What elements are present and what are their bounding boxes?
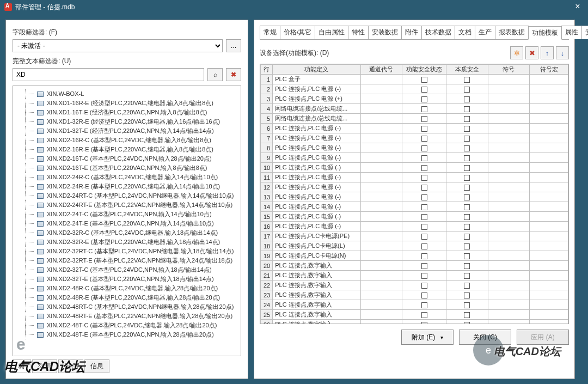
tree-item[interactable]: XIN.XD2-32RT-C (基本型PLC,24VDC,NPN继电器,输入18…: [15, 247, 238, 256]
checkbox-icon[interactable]: [421, 77, 427, 83]
checkbox-icon[interactable]: [421, 165, 427, 171]
cell-channel[interactable]: [360, 94, 402, 104]
checkbox-icon[interactable]: [464, 145, 470, 151]
table-row[interactable]: 18PLC 连接点,PLC卡电源(L): [261, 241, 568, 251]
tree-item[interactable]: XIN.XD1-32R-E (经济型PLC,220VAC,继电器,输入16点/输…: [15, 117, 238, 126]
cell-function[interactable]: PLC 连接点,PLC 电源 (-): [273, 143, 360, 153]
cell-channel[interactable]: [360, 271, 402, 281]
cell-safety[interactable]: [402, 163, 446, 173]
cell-symbol[interactable]: [488, 202, 530, 212]
tree-item[interactable]: XIN.XD2-48RT-C (基本型PLC,24VDC,NPN继电器,输入28…: [15, 302, 238, 312]
cell-function[interactable]: PLC 连接点,PLC 电源 (-): [273, 133, 360, 143]
cell-symbol[interactable]: [488, 153, 530, 163]
cell-intrinsic[interactable]: [446, 133, 488, 143]
cell-safety[interactable]: [402, 153, 446, 163]
cell-intrinsic[interactable]: [446, 222, 488, 231]
move-up-button[interactable]: ↑: [541, 46, 554, 59]
tree-item[interactable]: XIN.XD1-32T-E (经济型PLC,220VAC,NPN,输入14点/输…: [15, 126, 238, 136]
cell-symbol[interactable]: [488, 271, 530, 281]
checkbox-icon[interactable]: [421, 302, 427, 308]
text-filter-input[interactable]: [13, 68, 204, 81]
cell-channel[interactable]: [360, 300, 402, 310]
tree-item[interactable]: XIN.XD1-16T-E (经济型PLC,220VAC,NPN,输入8点/输出…: [15, 108, 238, 117]
cell-function[interactable]: PLC 连接点,PLC 电源 (-): [273, 173, 360, 182]
close-button[interactable]: ×: [573, 2, 583, 12]
tab-属性[interactable]: 属性: [561, 26, 582, 39]
tree-item[interactable]: XIN.XD2-48T-E (基本型PLC,220VAC,NPN,输入28点/输…: [15, 330, 238, 339]
cell-function[interactable]: PLC 连接点,数字输入: [273, 271, 360, 281]
cell-intrinsic[interactable]: [446, 271, 488, 281]
cell-safety[interactable]: [402, 182, 446, 192]
cell-safety[interactable]: [402, 281, 446, 290]
cell-channel[interactable]: [360, 202, 402, 212]
column-header[interactable]: 本质安全: [446, 65, 488, 75]
checkbox-icon[interactable]: [464, 283, 470, 289]
cell-macro[interactable]: [530, 124, 568, 133]
checkbox-icon[interactable]: [421, 273, 427, 279]
cell-channel[interactable]: [360, 251, 402, 261]
cell-symbol[interactable]: [488, 114, 530, 124]
table-row[interactable]: 24PLC 连接点,数字输入: [261, 300, 568, 310]
cell-function[interactable]: PLC 连接点,PLC 电源 (-): [273, 212, 360, 222]
checkbox-icon[interactable]: [464, 253, 470, 259]
tab-价格/其它[interactable]: 价格/其它: [280, 26, 315, 39]
cell-safety[interactable]: [402, 231, 446, 241]
cell-safety[interactable]: [402, 94, 446, 104]
checkbox-icon[interactable]: [464, 204, 470, 210]
checkbox-icon[interactable]: [421, 322, 427, 324]
table-row[interactable]: 6PLC 连接点,PLC 电源 (-): [261, 124, 568, 133]
cell-channel[interactable]: [360, 241, 402, 251]
checkbox-icon[interactable]: [464, 312, 470, 318]
checkbox-icon[interactable]: [464, 175, 470, 181]
cell-intrinsic[interactable]: [446, 241, 488, 251]
cell-channel[interactable]: [360, 290, 402, 300]
cell-intrinsic[interactable]: [446, 163, 488, 173]
cell-macro[interactable]: [530, 281, 568, 290]
cell-channel[interactable]: [360, 320, 402, 325]
tab-tree[interactable]: 树: [13, 359, 31, 373]
checkbox-icon[interactable]: [421, 312, 427, 318]
cell-function[interactable]: PLC 连接点,PLC 电源 (-): [273, 202, 360, 212]
checkbox-icon[interactable]: [421, 136, 427, 142]
cell-channel[interactable]: [360, 192, 402, 202]
cell-function[interactable]: PLC 连接点,数字输入: [273, 300, 360, 310]
cell-macro[interactable]: [530, 241, 568, 251]
checkbox-icon[interactable]: [464, 77, 470, 83]
cell-channel[interactable]: [360, 75, 402, 84]
cell-intrinsic[interactable]: [446, 261, 488, 271]
field-filter-browse-button[interactable]: ...: [226, 39, 241, 52]
cell-function[interactable]: PLC 连接点,数字输入: [273, 290, 360, 300]
tab-list[interactable]: 列表: [32, 359, 57, 373]
tree-item[interactable]: XIN.XD2-24R-E (基本型PLC,220VAC,继电器,输入14点/输…: [15, 182, 238, 191]
cell-intrinsic[interactable]: [446, 153, 488, 163]
cell-symbol[interactable]: [488, 84, 530, 94]
cell-safety[interactable]: [402, 84, 446, 94]
checkbox-icon[interactable]: [464, 273, 470, 279]
cell-intrinsic[interactable]: [446, 124, 488, 133]
checkbox-icon[interactable]: [464, 96, 470, 102]
checkbox-icon[interactable]: [421, 116, 427, 122]
cell-symbol[interactable]: [488, 300, 530, 310]
tree-item[interactable]: XIN.XD2-16R-E (基本型PLC,220VAC,继电器,输入8点/输出…: [15, 145, 238, 154]
cell-intrinsic[interactable]: [446, 192, 488, 202]
cell-safety[interactable]: [402, 320, 446, 325]
tab-特性[interactable]: 特性: [348, 26, 369, 39]
table-row[interactable]: 21PLC 连接点,数字输入: [261, 271, 568, 281]
cell-macro[interactable]: [530, 222, 568, 231]
move-down-button[interactable]: ↓: [556, 46, 569, 59]
tree-item[interactable]: XIN.XD2-32RT-E (基本型PLC,22VAC,NPN继电器,输入24…: [15, 256, 238, 265]
tab-安装数据[interactable]: 安装数据: [368, 26, 402, 39]
table-row[interactable]: 11PLC 连接点,PLC 电源 (-): [261, 173, 568, 182]
cell-channel[interactable]: [360, 281, 402, 290]
cell-symbol[interactable]: [488, 261, 530, 271]
table-row[interactable]: 7PLC 连接点,PLC 电源 (-): [261, 133, 568, 143]
checkbox-icon[interactable]: [421, 253, 427, 259]
checkbox-icon[interactable]: [421, 106, 427, 112]
cell-function[interactable]: PLC 连接点,PLC 电源 (-): [273, 124, 360, 133]
cell-safety[interactable]: [402, 173, 446, 182]
tree-item[interactable]: XIN.XD2-32R-C (基本型PLC,24VDC,继电器,输入18点/输出…: [15, 228, 238, 237]
checkbox-icon[interactable]: [464, 194, 470, 200]
table-row[interactable]: 13PLC 连接点,PLC 电源 (-): [261, 192, 568, 202]
cell-function[interactable]: PLC 连接点,PLC卡电源(N): [273, 251, 360, 261]
checkbox-icon[interactable]: [421, 204, 427, 210]
